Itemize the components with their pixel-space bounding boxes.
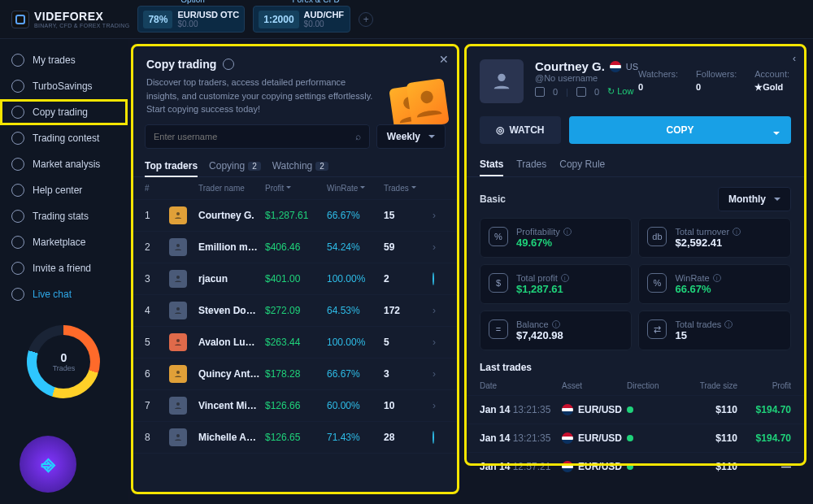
trader-row[interactable]: 9Rubin F.$94.4492.31%13› [133, 453, 457, 459]
stat-icon: = [489, 319, 508, 339]
last-trade-row[interactable]: Jan 14 13:21:35EUR/USD$110$194.70 [467, 424, 804, 452]
sidebar-item-my-trades[interactable]: My trades [0, 47, 128, 73]
gear-icon[interactable] [223, 59, 234, 70]
search-icon: ⌕ [355, 131, 361, 142]
trader-name: Avalon Luke V. [198, 337, 260, 348]
trader-name: Michelle Ant... [198, 432, 260, 443]
copy-trading-panel: ✕ Copy trading Discover top traders, acc… [133, 46, 458, 493]
ticker-tab-option[interactable]: Option 78% EUR/USD OTC $0.00 [137, 6, 245, 33]
trader-name: Vincent Mich... [198, 400, 260, 411]
sidebar-item-label: Invite a friend [33, 263, 91, 274]
trader-name: rjacun [198, 273, 260, 285]
trader-row[interactable]: 3rjacun$401.00100.00%2 [133, 263, 457, 294]
brand-name: VIDEFOREX [34, 10, 103, 23]
sidebar-item-trading-stats[interactable]: Trading stats [0, 203, 128, 229]
brand-logo: VIDEFOREX BINARY, CFD & FOREX TRADING [11, 10, 129, 28]
sidebar-item-market-analysis[interactable]: Market analysis [0, 151, 128, 177]
partner-logo-icon: ⎆ [20, 436, 76, 493]
last-trade-row[interactable]: Jan 14 13:21:35EUR/USD$110$194.70 [467, 395, 804, 424]
trader-row[interactable]: 4Steven Dougl...$272.0964.53%172› [133, 294, 457, 326]
trader-profit: $401.00 [265, 273, 322, 285]
market-analysis-icon [11, 158, 24, 171]
sidebar-item-help-center[interactable]: Help center [0, 177, 128, 203]
sidebar-item-marketplace[interactable]: Marketplace [0, 229, 128, 255]
info-icon[interactable]: i [561, 274, 569, 282]
search-input[interactable]: ⌕ [145, 124, 370, 149]
svg-point-14 [498, 74, 505, 81]
chevron-right-icon: › [433, 337, 446, 348]
trader-avatar [169, 302, 187, 319]
trader-row[interactable]: 2Emillion mar...$406.4654.24%59› [133, 231, 457, 263]
invite-a-friend-icon [11, 262, 24, 275]
sidebar-item-trading-contest[interactable]: Trading contest [0, 125, 128, 151]
sidebar-item-label: Marketplace [33, 237, 85, 248]
sidebar-item-invite-a-friend[interactable]: Invite a friend [0, 255, 128, 281]
stat-card: =Balance i$7,420.98 [480, 311, 633, 350]
stat-card: $Total profit i$1,287.61 [480, 264, 633, 304]
trader-profit: $406.46 [265, 241, 322, 253]
thumb-up-icon[interactable] [535, 87, 545, 97]
trader-trades: 59 [384, 241, 428, 253]
top-bar: VIDEFOREX BINARY, CFD & FOREX TRADING Op… [0, 0, 813, 39]
profile-tab-stats[interactable]: Stats [480, 154, 503, 176]
period-dropdown[interactable]: Weekly [376, 124, 446, 149]
svg-point-2 [176, 212, 180, 215]
svg-point-7 [176, 371, 180, 374]
profile-tab-copy-rule[interactable]: Copy Rule [559, 154, 605, 176]
profile-period-dropdown[interactable]: Monthly [718, 187, 791, 211]
trader-row[interactable]: 7Vincent Mich...$126.6660.00%10› [133, 389, 457, 421]
trader-trades: 172 [384, 305, 428, 316]
trader-winrate: 100.00% [327, 273, 379, 285]
trader-profit: $126.66 [265, 400, 322, 411]
trader-name: Courtney G. [198, 210, 260, 221]
info-icon[interactable]: i [552, 320, 560, 328]
profile-tab-trades[interactable]: Trades [516, 154, 546, 176]
trader-avatar [169, 238, 187, 256]
watch-button[interactable]: ◎WATCH [480, 116, 561, 144]
sidebar-item-label: Market analysis [33, 159, 100, 170]
copy-button[interactable]: COPY [569, 116, 791, 144]
flag-icon [562, 432, 573, 444]
trader-row[interactable]: 8Michelle Ant...$126.6571.43%28 [133, 421, 457, 453]
trader-profit: $272.09 [265, 305, 322, 316]
trader-winrate: 66.67% [327, 210, 379, 221]
stat-icon: db [647, 227, 667, 246]
sidebar-item-turbosavings[interactable]: TurboSavings [0, 73, 128, 99]
ticker-tab-forex[interactable]: Forex & CFD 1:2000 AUD/CHF $0.00 [253, 6, 350, 33]
direction-up-icon [627, 435, 633, 441]
info-icon[interactable]: i [713, 274, 721, 282]
trader-avatar [169, 397, 187, 415]
trader-avatar [169, 428, 187, 446]
tab-copying[interactable]: Copying2 [209, 155, 261, 176]
thumb-down-icon[interactable] [576, 87, 586, 97]
trader-trades: 15 [384, 210, 428, 221]
last-trade-row[interactable]: Jan 14 12:57:21EUR/USD$110— [467, 452, 804, 480]
svg-point-9 [176, 434, 180, 437]
chevron-right-icon: › [433, 241, 446, 253]
add-ticker-button[interactable]: + [359, 12, 373, 27]
profile-name: Courtney G. [535, 59, 605, 73]
sidebar-item-copy-trading[interactable]: Copy trading [0, 99, 128, 125]
svg-point-3 [176, 244, 180, 247]
trader-winrate: 60.00% [327, 400, 379, 411]
info-icon[interactable]: i [733, 228, 741, 236]
cards-illustration-icon [389, 79, 457, 124]
stat-icon: % [489, 227, 508, 246]
trader-winrate: 66.67% [327, 368, 379, 380]
trader-avatar [169, 333, 187, 351]
trader-row[interactable]: 5Avalon Luke V.$263.44100.00%5› [133, 326, 457, 358]
info-icon[interactable]: i [563, 228, 572, 236]
tab-watching[interactable]: Watching2 [272, 155, 328, 176]
traders-table-header: # Trader name Profit WinRate Trades [133, 177, 457, 199]
sidebar-item-live-chat[interactable]: Live chat [0, 281, 128, 307]
panel-description: Discover top traders, access detailed pe… [146, 76, 374, 116]
info-icon[interactable]: i [724, 320, 733, 328]
my-trades-icon [11, 54, 24, 67]
tab-top-traders[interactable]: Top traders [145, 155, 198, 176]
watching-icon [433, 431, 434, 444]
close-profile-icon[interactable]: ‹ [793, 53, 796, 64]
basic-section-title: Basic [480, 193, 506, 205]
brand-tagline: BINARY, CFD & FOREX TRADING [34, 23, 129, 28]
trader-row[interactable]: 6Quincy Anth...$178.2866.67%3› [133, 358, 457, 389]
trader-row[interactable]: 1Courtney G.$1,287.6166.67%15› [133, 199, 457, 231]
